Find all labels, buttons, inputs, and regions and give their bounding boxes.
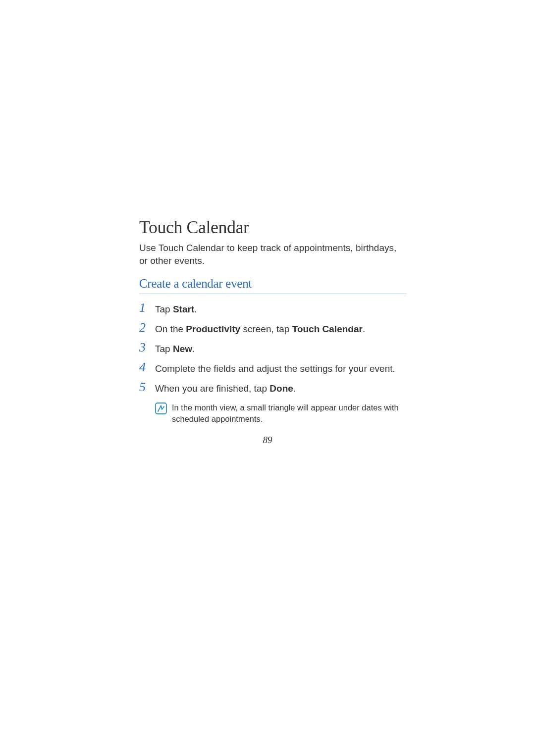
step-text: Tap New. <box>155 343 195 355</box>
note-text: In the month view, a small triangle will… <box>172 402 407 424</box>
step-text: On the Productivity screen, tap Touch Ca… <box>155 323 365 336</box>
step-number: 1 <box>139 302 155 314</box>
page-number: 89 <box>0 435 535 446</box>
step-item-4: 4 Complete the fields and adjust the set… <box>139 362 407 375</box>
note-icon <box>155 403 167 414</box>
step-number: 4 <box>139 361 155 374</box>
note-box: In the month view, a small triangle will… <box>155 402 407 424</box>
step-item-2: 2 On the Productivity screen, tap Touch … <box>139 323 407 336</box>
page-content: Touch Calendar Use Touch Calendar to kee… <box>139 217 407 424</box>
main-heading: Touch Calendar <box>139 217 407 238</box>
intro-text: Use Touch Calendar to keep track of appo… <box>139 242 407 267</box>
step-number: 5 <box>139 381 155 394</box>
step-item-1: 1 Tap Start. <box>139 303 407 316</box>
step-number: 3 <box>139 341 155 354</box>
step-number: 2 <box>139 321 155 334</box>
sub-heading: Create a calendar event <box>139 277 407 291</box>
step-text: When you are finished, tap Done. <box>155 382 296 395</box>
step-text: Complete the fields and adjust the setti… <box>155 362 395 375</box>
step-text: Tap Start. <box>155 303 197 316</box>
step-item-3: 3 Tap New. <box>139 343 407 355</box>
heading-underline <box>139 294 407 294</box>
step-item-5: 5 When you are finished, tap Done. <box>139 382 407 395</box>
svg-rect-0 <box>156 403 166 414</box>
